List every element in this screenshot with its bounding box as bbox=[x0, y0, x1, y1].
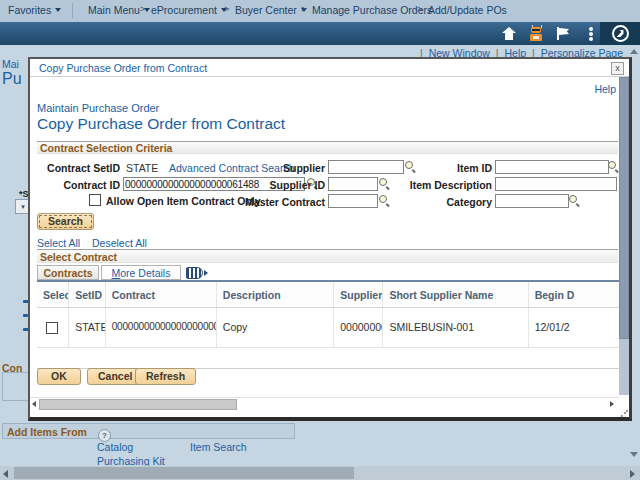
allow-open-item-checkbox[interactable] bbox=[89, 194, 101, 206]
grid-col-description: Description bbox=[217, 282, 334, 307]
home-icon[interactable] bbox=[502, 27, 516, 40]
grid-cell-description: Copy bbox=[217, 308, 334, 347]
modal-titlebar: Copy Purchase Order from Contract x bbox=[30, 59, 629, 77]
tab-more-details-accesskey: M bbox=[112, 267, 121, 279]
breadcrumb: Favorites Main Menu > eProcurement > Buy… bbox=[0, 0, 640, 23]
grid-tab-bar: Contracts More Details bbox=[37, 265, 618, 280]
refresh-button[interactable]: Refresh bbox=[135, 368, 196, 385]
grid-col-begin-date: Begin D bbox=[529, 282, 619, 307]
breadcrumb-eprocurement[interactable]: eProcurement bbox=[151, 4, 227, 16]
modal-help-link[interactable]: Help bbox=[594, 83, 616, 95]
breadcrumb-separator: > bbox=[140, 4, 145, 14]
deselect-all-link[interactable]: Deselect All bbox=[92, 237, 147, 249]
close-icon[interactable]: x bbox=[611, 62, 624, 75]
contracts-grid: Select SetID Contract Description Suppli… bbox=[37, 280, 619, 369]
breadcrumb-separator: > bbox=[301, 4, 306, 14]
master-contract-lookup-icon[interactable] bbox=[378, 194, 390, 206]
add-items-from-header: Add Items From ? bbox=[2, 423, 295, 439]
category-lookup-icon[interactable] bbox=[568, 194, 580, 206]
bg-cutoff-title: Pu bbox=[2, 70, 22, 88]
modal-scroll-left-arrow[interactable] bbox=[32, 401, 36, 407]
grid-cell-setid: STATE bbox=[69, 308, 106, 347]
breadcrumb-add-update-pos[interactable]: Add/Update POs bbox=[428, 4, 507, 16]
grid-cell-supplier-id: 0000000035 bbox=[334, 308, 383, 347]
supplier-id-label: Supplier ID bbox=[220, 179, 325, 191]
add-items-from-title: Add Items From bbox=[7, 426, 87, 438]
row-select-checkbox[interactable] bbox=[46, 322, 58, 334]
breadcrumb-separator: > bbox=[224, 4, 229, 14]
contract-setid-value: STATE bbox=[126, 162, 158, 174]
item-description-input[interactable] bbox=[495, 177, 617, 191]
contract-setid-label: Contract SetID bbox=[30, 162, 120, 174]
breadcrumb-manage-purchase-orders[interactable]: Manage Purchase Orders bbox=[312, 4, 432, 16]
page-scroll-left-arrow[interactable] bbox=[3, 470, 8, 478]
tab-more-details[interactable]: More Details bbox=[101, 265, 181, 280]
category-input[interactable] bbox=[495, 194, 569, 208]
supplier-id-lookup-icon[interactable] bbox=[378, 177, 390, 189]
page-title: Copy Purchase Order from Contract bbox=[37, 115, 285, 133]
breadcrumb-divider bbox=[72, 3, 73, 18]
item-search-link[interactable]: Item Search bbox=[190, 441, 247, 453]
supplier-label: Supplier bbox=[220, 162, 325, 174]
search-button[interactable]: Search bbox=[37, 213, 94, 230]
breadcrumb-separator: > bbox=[417, 4, 422, 14]
chevron-down-icon bbox=[55, 8, 61, 12]
grid-header-row: Select SetID Contract Description Suppli… bbox=[37, 282, 619, 308]
page-hscroll-thumb[interactable] bbox=[14, 467, 354, 479]
breadcrumb-buyer-center[interactable]: Buyer Center bbox=[235, 4, 307, 16]
modal-vscroll-thumb[interactable] bbox=[619, 77, 629, 339]
grid-cell-begin-date: 12/01/2 bbox=[529, 308, 619, 347]
supplier-id-input[interactable] bbox=[328, 177, 378, 191]
navbar-button[interactable] bbox=[600, 22, 640, 45]
select-all-link[interactable]: Select All bbox=[37, 237, 80, 249]
page-scroll-up-arrow[interactable] bbox=[630, 49, 638, 54]
tab-contracts[interactable]: Contracts bbox=[37, 265, 99, 280]
ok-button[interactable]: OK bbox=[37, 368, 81, 385]
copy-po-from-contract-modal: Copy Purchase Order from Contract x Help… bbox=[28, 57, 632, 421]
page-scroll-down-arrow[interactable] bbox=[630, 452, 638, 457]
top-banner bbox=[0, 22, 640, 45]
modal-title: Copy Purchase Order from Contract bbox=[39, 62, 207, 74]
flag-icon[interactable] bbox=[556, 27, 571, 40]
contract-selection-criteria-band: Contract Selection Criteria bbox=[37, 141, 618, 154]
grid-cell-contract: 0000000000000000000061488 bbox=[106, 308, 217, 347]
item-id-lookup-icon[interactable] bbox=[607, 160, 619, 172]
page-scroll-right-arrow[interactable] bbox=[630, 470, 635, 478]
robot-belt bbox=[533, 36, 539, 39]
grid-col-select: Select bbox=[37, 282, 69, 307]
modal-vertical-scrollbar[interactable] bbox=[619, 77, 629, 395]
master-contract-label: Master Contract bbox=[205, 196, 325, 208]
breadcrumb-favorites[interactable]: Favorites bbox=[8, 4, 61, 16]
grid-col-supplier-id: Supplier ID bbox=[334, 282, 383, 307]
item-description-label: Item Description bbox=[390, 179, 492, 191]
modal-scroll-right-arrow[interactable] bbox=[610, 401, 614, 407]
robot-eyes bbox=[532, 29, 540, 31]
bg-cutoff-subtitle: Mai bbox=[2, 58, 19, 70]
modal-horizontal-scrollbar[interactable] bbox=[30, 397, 619, 412]
navbar-compass-icon bbox=[612, 25, 629, 42]
page-horizontal-scrollbar[interactable] bbox=[0, 466, 640, 480]
grid-col-short-supplier-name: Short Supplier Name bbox=[383, 282, 528, 307]
master-contract-input[interactable] bbox=[328, 194, 378, 208]
grid-col-contract: Contract bbox=[106, 282, 217, 307]
actions-kebab-icon[interactable] bbox=[589, 27, 593, 31]
grid-data-row: STATE 0000000000000000000061488 Copy 000… bbox=[37, 308, 619, 348]
worklist-robot-icon[interactable] bbox=[528, 25, 544, 42]
context-page-title: Maintain Purchase Order bbox=[37, 102, 159, 114]
item-id-input[interactable] bbox=[495, 160, 609, 174]
modal-hscroll-thumb[interactable] bbox=[39, 399, 237, 410]
grid-cell-short-supplier-name: SMILEBUSIN-001 bbox=[383, 308, 528, 347]
category-label: Category bbox=[390, 196, 492, 208]
grid-col-setid: SetID bbox=[69, 282, 106, 307]
catalog-link[interactable]: Catalog bbox=[97, 441, 133, 453]
select-contract-band: Select Contract bbox=[37, 249, 618, 263]
tab-more-details-rest: ore Details bbox=[120, 267, 170, 279]
contract-id-label: Contract ID bbox=[30, 179, 120, 191]
modal-resize-grip[interactable] bbox=[621, 410, 628, 417]
grid-cell-select bbox=[37, 308, 69, 347]
item-id-label: Item ID bbox=[390, 162, 492, 174]
screen: { "colors": { "breadcrumb_bg": "#b4c7d8"… bbox=[0, 0, 640, 480]
show-all-columns-icon[interactable] bbox=[186, 267, 203, 279]
